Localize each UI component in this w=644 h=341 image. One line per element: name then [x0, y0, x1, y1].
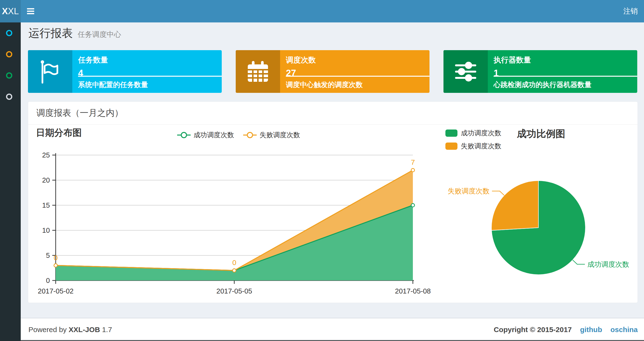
stat-divider [286, 76, 430, 77]
circle-o-icon [6, 30, 12, 36]
svg-text:7: 7 [411, 158, 415, 166]
stat-box-executor-count: 执行器数量 1 心跳检测成功的执行器机器数量 [444, 50, 637, 93]
legend-label: 成功调度次数 [194, 130, 234, 140]
calendar-icon [236, 50, 280, 93]
svg-text:成功调度次数: 成功调度次数 [587, 260, 629, 268]
flag-icon [28, 50, 72, 93]
page-title: 运行报表 [28, 27, 73, 39]
sidebar-item-executor-manage[interactable] [0, 86, 21, 107]
line-chart-title: 日期分布图 [36, 127, 82, 139]
logo-text-bold: X [2, 6, 8, 17]
stat-label: 执行器数量 [494, 55, 637, 65]
line-series-icon [243, 132, 257, 138]
sidebar-item-job-manage[interactable] [0, 44, 21, 65]
swatch-icon [446, 143, 458, 150]
github-link[interactable]: github [580, 325, 602, 333]
legend-item-fail[interactable]: 失败调度次数 [243, 130, 300, 140]
legend-label: 失败调度次数 [260, 130, 300, 140]
oschina-link[interactable]: oschina [610, 325, 638, 333]
legend-item-fail[interactable]: 失败调度次数 [446, 142, 501, 151]
stat-description: 系统中配置的任务数量 [78, 80, 219, 90]
svg-text:15: 15 [42, 201, 50, 209]
svg-text:2017-05-05: 2017-05-05 [216, 287, 252, 295]
legend-item-success[interactable]: 成功调度次数 [446, 129, 501, 138]
stat-value: 4 [78, 68, 222, 78]
logout-button[interactable]: 注销 [623, 0, 638, 23]
circle-o-icon [6, 72, 12, 79]
svg-text:0: 0 [54, 254, 58, 262]
stat-value: 27 [286, 68, 430, 78]
svg-text:25: 25 [42, 151, 50, 159]
hamburger-icon [27, 8, 34, 10]
app-logo[interactable]: XXL [0, 0, 21, 23]
brand-name: XXL-JOB [69, 325, 100, 333]
stat-value: 1 [494, 68, 637, 78]
stat-label: 调度次数 [286, 55, 430, 65]
page-subtitle: 任务调度中心 [78, 30, 121, 38]
version-text: 1.7 [102, 325, 112, 333]
sidebar-item-log-manage[interactable] [0, 65, 21, 86]
stat-label: 任务数量 [78, 55, 222, 65]
stat-box-row: 任务数量 4 系统中配置的任务数量 [28, 50, 637, 93]
legend-label: 失败调度次数 [461, 142, 501, 151]
stat-divider [78, 76, 222, 77]
powered-by-text: Powered by XXL-JOB 1.7 [28, 325, 112, 334]
stat-box-job-count: 任务数量 4 系统中配置的任务数量 [28, 50, 222, 93]
schedule-report-panel: 调度报表（一月之内） 05101520252017-05-022017-05-0… [28, 102, 638, 303]
line-series-icon [177, 132, 191, 138]
svg-text:失败调度次数: 失败调度次数 [448, 187, 490, 195]
stat-description: 调度中心触发的调度次数 [286, 80, 427, 90]
svg-text:0: 0 [232, 258, 236, 266]
legend-item-success[interactable]: 成功调度次数 [177, 130, 234, 140]
panel-body: 05101520252017-05-022017-05-052017-05-08… [28, 125, 638, 303]
logo-text-light: XL [8, 6, 19, 17]
swatch-icon [446, 130, 458, 137]
svg-text:2017-05-08: 2017-05-08 [395, 287, 431, 295]
footer: Powered by XXL-JOB 1.7 Copyright © 2015-… [21, 318, 644, 341]
legend-label: 成功调度次数 [461, 129, 501, 138]
window-bottom-edge [21, 340, 644, 341]
svg-text:0: 0 [46, 277, 50, 284]
line-chart-legend: 成功调度次数 失败调度次数 [177, 130, 300, 140]
copyright-text: Copyright © 2015-2017 [494, 325, 572, 333]
svg-text:5: 5 [46, 251, 50, 259]
panel-title: 调度报表（一月之内） [28, 102, 638, 125]
pie-chart-legend: 成功调度次数 失败调度次数 [446, 129, 501, 155]
top-navbar: XXL 注销 [0, 0, 644, 23]
stat-description: 心跳检测成功的执行器机器数量 [494, 80, 635, 90]
svg-text:10: 10 [42, 226, 50, 234]
content-wrapper: 运行报表 任务调度中心 任务数量 4 系统中配置的任务数量 [21, 23, 644, 317]
svg-text:20: 20 [42, 176, 50, 184]
sidebar-toggle-button[interactable] [27, 0, 34, 23]
stat-divider [494, 76, 637, 77]
sidebar [0, 23, 21, 341]
svg-text:2017-05-02: 2017-05-02 [38, 287, 74, 295]
circle-o-icon [6, 94, 12, 100]
circle-o-icon [6, 51, 12, 57]
charts-canvas: 05101520252017-05-022017-05-052017-05-08… [28, 125, 638, 303]
sidebar-item-run-report[interactable] [0, 23, 21, 44]
pie-chart-title: 成功比例图 [517, 127, 565, 140]
sliders-icon [444, 50, 488, 93]
page-header: 运行报表 任务调度中心 [28, 26, 121, 41]
stat-box-trigger-count: 调度次数 27 调度中心触发的调度次数 [236, 50, 430, 93]
